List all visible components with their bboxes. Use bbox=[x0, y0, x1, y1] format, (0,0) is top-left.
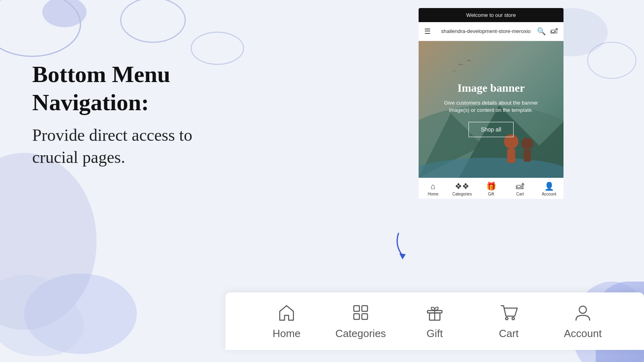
svg-point-2 bbox=[121, 0, 185, 42]
svg-point-3 bbox=[191, 32, 244, 64]
big-gift-icon bbox=[425, 302, 445, 323]
big-home-icon bbox=[277, 302, 297, 323]
svg-rect-20 bbox=[354, 314, 359, 319]
phone-nav-cart[interactable]: 🛋 Cart bbox=[506, 182, 535, 196]
cart-icon[interactable]: 🛋 bbox=[551, 27, 558, 36]
svg-marker-17 bbox=[399, 253, 406, 259]
store-top-bar: Welcome to our store bbox=[419, 8, 564, 22]
big-nav-categories[interactable]: Categories bbox=[324, 302, 398, 340]
svg-point-27 bbox=[579, 306, 586, 313]
header-icons: 🔍 🛋 bbox=[537, 27, 558, 36]
phone-nav-categories-label: Categories bbox=[452, 192, 472, 196]
svg-point-1 bbox=[42, 0, 87, 27]
curved-arrow bbox=[390, 229, 423, 261]
hamburger-icon[interactable]: ☰ bbox=[424, 27, 431, 36]
phone-nav-account[interactable]: 👤 Account bbox=[535, 181, 564, 196]
phone-nav-gift[interactable]: 🎁 Gift bbox=[477, 181, 506, 196]
svg-point-26 bbox=[512, 317, 514, 320]
banner-area: Image banner Give customers details abou… bbox=[419, 41, 564, 178]
svg-point-0 bbox=[0, 0, 80, 56]
big-nav-cart[interactable]: Cart bbox=[472, 302, 546, 340]
banner-description: Give customers details about the banner … bbox=[443, 99, 539, 114]
big-nav-categories-label: Categories bbox=[335, 327, 386, 340]
big-nav-account-label: Account bbox=[564, 327, 602, 340]
search-icon[interactable]: 🔍 bbox=[537, 27, 546, 36]
svg-rect-18 bbox=[354, 306, 359, 311]
phone-bottom-nav: ⌂ Home ❖❖ Categories 🎁 Gift 🛋 Cart 👤 Acc… bbox=[419, 178, 564, 199]
phone-nav-categories[interactable]: ❖❖ Categories bbox=[448, 181, 477, 196]
big-nav-gift-label: Gift bbox=[427, 327, 443, 340]
big-nav-home-label: Home bbox=[272, 327, 300, 340]
banner-overlay: Image banner Give customers details abou… bbox=[419, 41, 564, 178]
svg-point-5 bbox=[24, 274, 137, 354]
main-subtitle: Provide direct access to crucial pages. bbox=[32, 124, 233, 168]
left-text-section: Bottom Menu Navigation: Provide direct a… bbox=[32, 60, 233, 168]
svg-point-7 bbox=[588, 42, 636, 78]
main-title: Bottom Menu Navigation: bbox=[32, 60, 233, 116]
big-categories-icon bbox=[351, 302, 371, 323]
big-cart-icon bbox=[499, 302, 519, 323]
phone-nav-account-label: Account bbox=[542, 192, 556, 196]
svg-point-4 bbox=[0, 153, 97, 330]
account-icon: 👤 bbox=[544, 181, 554, 191]
banner-title: Image banner bbox=[457, 82, 524, 95]
store-name: shailendra-development-store-meroxio bbox=[435, 28, 537, 35]
shop-all-button[interactable]: Shop all bbox=[469, 122, 514, 137]
big-account-icon bbox=[573, 302, 593, 323]
phone-nav-gift-label: Gift bbox=[488, 192, 494, 196]
phone-header: ☰ shailendra-development-store-meroxio 🔍… bbox=[419, 22, 564, 41]
phone-nav-home[interactable]: ⌂ Home bbox=[419, 182, 448, 196]
bottom-nav-enlarged: Home Categories Gift Cart bbox=[225, 292, 644, 350]
home-icon: ⌂ bbox=[431, 182, 436, 191]
big-nav-account[interactable]: Account bbox=[546, 302, 620, 340]
categories-icon: ❖❖ bbox=[455, 181, 469, 191]
phone-nav-home-label: Home bbox=[428, 192, 439, 196]
phone-nav-cart-label: Cart bbox=[516, 192, 524, 196]
big-nav-cart-label: Cart bbox=[499, 327, 518, 340]
svg-rect-21 bbox=[362, 314, 367, 319]
svg-point-25 bbox=[506, 317, 508, 320]
phone-mockup: Welcome to our store ☰ shailendra-develo… bbox=[419, 8, 564, 199]
big-nav-home[interactable]: Home bbox=[250, 302, 324, 340]
gift-icon: 🎁 bbox=[486, 181, 496, 191]
big-nav-gift[interactable]: Gift bbox=[398, 302, 472, 340]
svg-rect-19 bbox=[362, 306, 367, 311]
cart-nav-icon: 🛋 bbox=[516, 182, 524, 191]
